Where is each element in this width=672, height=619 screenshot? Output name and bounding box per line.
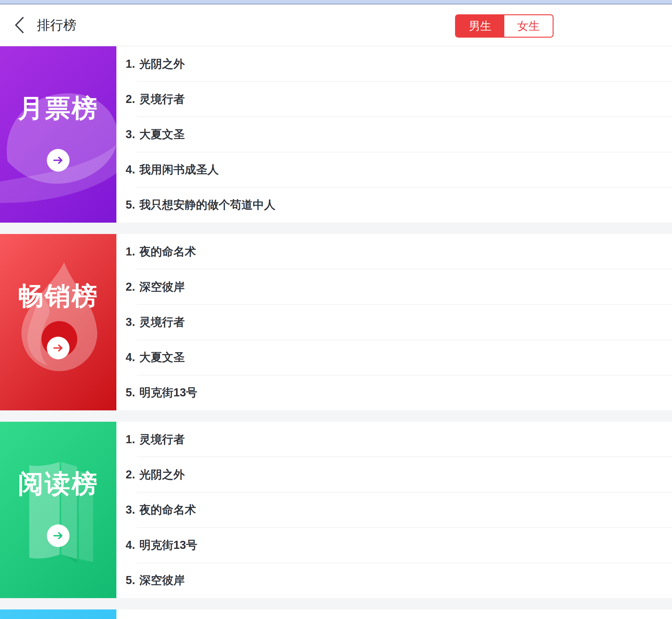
rank-number: 4. [126, 351, 139, 364]
book-title: 大夏文圣 [139, 127, 185, 142]
list-item[interactable]: 4.明克街13号 [117, 528, 672, 563]
rank-number: 4. [126, 539, 139, 552]
list-item[interactable]: 3.夜的命名术 [117, 492, 672, 527]
rank-number: 4. [126, 163, 139, 176]
page-header: 排行榜 男生 女生 [0, 4, 672, 46]
bestseller-section: 畅销榜 1.夜的命名术2.深空彼岸3.灵境行者4.大夏文圣5.明克街13号 [0, 234, 672, 410]
rank-number: 3. [126, 316, 139, 329]
rank-number: 2. [126, 93, 139, 106]
book-icon [0, 422, 117, 598]
next-ranking-card-partial[interactable] [0, 609, 117, 619]
list-item[interactable]: 3.灵境行者 [117, 304, 672, 340]
arrow-right-icon [52, 154, 65, 166]
book-title: 光阴之外 [139, 56, 185, 72]
next-ranking-section [0, 609, 672, 619]
rank-number: 5. [126, 386, 139, 399]
arrow-button[interactable] [47, 337, 70, 359]
flame-icon [0, 234, 117, 410]
rank-number: 3. [126, 503, 139, 516]
reading-card[interactable]: 阅读榜 [0, 422, 117, 598]
bestseller-card[interactable]: 畅销榜 [0, 234, 117, 410]
card-title: 月票榜 [0, 91, 117, 126]
list-item[interactable]: 1.灵境行者 [117, 422, 672, 457]
monthly-ticket-card[interactable]: 月票榜 [0, 46, 117, 223]
arrow-right-icon [52, 342, 65, 354]
list-item[interactable]: 4.大夏文圣 [117, 340, 672, 375]
status-bar [0, 0, 672, 4]
card-title: 阅读榜 [0, 467, 117, 501]
book-title: 灵境行者 [139, 432, 185, 447]
rank-list: 1.光阴之外2.灵境行者3.大夏文圣4.我用闲书成圣人5.我只想安静的做个苟道中… [117, 46, 672, 223]
book-title: 我用闲书成圣人 [139, 162, 219, 177]
book-title: 灵境行者 [139, 92, 185, 107]
list-item[interactable]: 2.灵境行者 [117, 81, 672, 117]
rank-number: 1. [126, 433, 139, 446]
list-item[interactable]: 5.我只想安静的做个苟道中人 [117, 188, 672, 223]
list-item[interactable]: 3.大夏文圣 [117, 117, 672, 152]
rank-number: 5. [126, 574, 139, 587]
reading-section: 阅读榜 1.灵境行者2.光阴之外3.夜的命名术4.明克街13号5.深空彼岸 [0, 422, 672, 598]
back-button[interactable] [12, 16, 27, 34]
book-title: 深空彼岸 [139, 279, 185, 294]
list-item[interactable]: 1.夜的命名术 [117, 234, 672, 269]
section-divider [0, 410, 672, 422]
rank-number: 2. [126, 468, 139, 481]
list-item[interactable]: 2.光阴之外 [117, 457, 672, 492]
section-divider [0, 598, 672, 609]
book-title: 夜的命名术 [139, 502, 196, 518]
list-item[interactable]: 5.明克街13号 [117, 375, 672, 410]
rank-list: 1.灵境行者2.光阴之外3.夜的命名术4.明克街13号5.深空彼岸 [117, 422, 672, 598]
section-divider [0, 223, 672, 234]
rank-number: 5. [126, 199, 139, 211]
rank-number: 1. [126, 245, 139, 258]
book-title: 我只想安静的做个苟道中人 [139, 197, 276, 212]
rank-number: 3. [126, 128, 139, 141]
rank-list: 1.夜的命名术2.深空彼岸3.灵境行者4.大夏文圣5.明克街13号 [117, 234, 672, 410]
book-title: 灵境行者 [139, 315, 185, 330]
page-title: 排行榜 [37, 16, 76, 34]
rank-number: 2. [126, 281, 139, 293]
book-title: 夜的命名术 [139, 244, 196, 259]
list-item[interactable]: 5.深空彼岸 [117, 563, 672, 598]
monthly-ticket-section: 月票榜 1.光阴之外2.灵境行者3.大夏文圣4.我用闲书成圣人5.我只想安静的做… [0, 46, 672, 223]
book-title: 明克街13号 [139, 385, 197, 400]
card-title: 畅销榜 [0, 279, 117, 314]
list-item[interactable]: 2.深空彼岸 [117, 269, 672, 304]
arrow-right-icon [52, 530, 65, 542]
list-item[interactable]: 4.我用闲书成圣人 [117, 152, 672, 188]
chevron-left-icon [14, 16, 24, 34]
rank-number: 1. [126, 58, 139, 70]
tab-male[interactable]: 男生 [456, 15, 504, 37]
tab-female[interactable]: 女生 [504, 15, 553, 37]
book-title: 大夏文圣 [139, 350, 185, 365]
book-title: 明克街13号 [139, 538, 197, 553]
arrow-button[interactable] [47, 149, 70, 171]
ticket-swirl-icon [0, 46, 117, 223]
gender-toggle: 男生 女生 [455, 14, 553, 38]
arrow-button[interactable] [47, 525, 70, 547]
book-title: 深空彼岸 [139, 573, 185, 588]
book-title: 光阴之外 [139, 467, 185, 482]
list-item[interactable]: 1.光阴之外 [117, 46, 672, 81]
